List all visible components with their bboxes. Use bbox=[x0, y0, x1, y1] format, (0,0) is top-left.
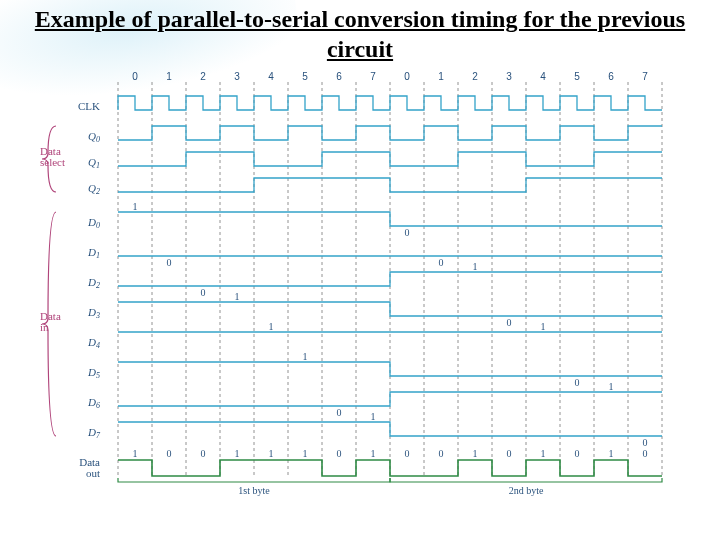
svg-text:0: 0 bbox=[405, 227, 410, 238]
svg-text:0: 0 bbox=[439, 448, 444, 459]
svg-text:0: 0 bbox=[439, 257, 444, 268]
svg-text:1: 1 bbox=[473, 448, 478, 459]
svg-text:1: 1 bbox=[609, 448, 614, 459]
svg-text:0: 0 bbox=[337, 448, 342, 459]
q2-waveform bbox=[118, 178, 662, 192]
data-out-waveform bbox=[118, 460, 662, 476]
svg-text:1: 1 bbox=[235, 291, 240, 302]
svg-text:3: 3 bbox=[234, 72, 240, 82]
svg-text:2: 2 bbox=[200, 72, 206, 82]
svg-text:in: in bbox=[40, 321, 49, 333]
svg-text:0: 0 bbox=[201, 448, 206, 459]
svg-text:D7: D7 bbox=[87, 426, 101, 440]
svg-text:5: 5 bbox=[302, 72, 308, 82]
timing-diagram: 0123456701234567CLKQ0Q1Q2DataselectD010D… bbox=[38, 72, 698, 530]
byte2-label: 2nd byte bbox=[509, 485, 544, 496]
svg-text:0: 0 bbox=[507, 448, 512, 459]
svg-text:D1: D1 bbox=[87, 246, 100, 260]
svg-text:4: 4 bbox=[540, 72, 546, 82]
svg-text:6: 6 bbox=[608, 72, 614, 82]
svg-text:3: 3 bbox=[506, 72, 512, 82]
q0-waveform bbox=[118, 126, 662, 140]
svg-text:0: 0 bbox=[643, 437, 648, 448]
d7-waveform bbox=[118, 422, 662, 436]
svg-text:5: 5 bbox=[574, 72, 580, 82]
svg-text:Q2: Q2 bbox=[88, 182, 100, 196]
svg-text:1: 1 bbox=[269, 448, 274, 459]
svg-text:D0: D0 bbox=[87, 216, 100, 230]
svg-text:Q1: Q1 bbox=[88, 156, 100, 170]
svg-text:1: 1 bbox=[235, 448, 240, 459]
d3-waveform bbox=[118, 302, 662, 316]
svg-text:1: 1 bbox=[371, 448, 376, 459]
d0-waveform bbox=[118, 212, 662, 226]
svg-text:0: 0 bbox=[643, 448, 648, 459]
svg-text:1: 1 bbox=[473, 261, 478, 272]
q1-waveform bbox=[118, 152, 662, 166]
svg-text:D3: D3 bbox=[87, 306, 100, 320]
svg-text:1: 1 bbox=[371, 411, 376, 422]
svg-text:1: 1 bbox=[303, 351, 308, 362]
svg-text:0: 0 bbox=[507, 317, 512, 328]
svg-text:1: 1 bbox=[609, 381, 614, 392]
d5-waveform bbox=[118, 362, 662, 376]
svg-text:1: 1 bbox=[133, 201, 138, 212]
svg-text:0: 0 bbox=[405, 448, 410, 459]
svg-text:1: 1 bbox=[133, 448, 138, 459]
svg-text:D5: D5 bbox=[87, 366, 100, 380]
svg-text:2: 2 bbox=[472, 72, 478, 82]
byte1-label: 1st byte bbox=[238, 485, 270, 496]
d6-waveform bbox=[118, 392, 662, 406]
svg-text:1: 1 bbox=[541, 321, 546, 332]
svg-text:0: 0 bbox=[575, 377, 580, 388]
d2-waveform bbox=[118, 272, 662, 286]
svg-text:1: 1 bbox=[541, 448, 546, 459]
svg-text:select: select bbox=[40, 156, 65, 168]
svg-text:D4: D4 bbox=[87, 336, 100, 350]
svg-text:0: 0 bbox=[404, 72, 410, 82]
svg-text:0: 0 bbox=[337, 407, 342, 418]
svg-text:1: 1 bbox=[438, 72, 444, 82]
svg-text:0: 0 bbox=[575, 448, 580, 459]
svg-text:1: 1 bbox=[269, 321, 274, 332]
svg-text:D2: D2 bbox=[87, 276, 100, 290]
svg-text:out: out bbox=[86, 467, 100, 479]
svg-text:D6: D6 bbox=[87, 396, 100, 410]
svg-text:0: 0 bbox=[167, 448, 172, 459]
svg-text:4: 4 bbox=[268, 72, 274, 82]
svg-text:6: 6 bbox=[336, 72, 342, 82]
svg-text:0: 0 bbox=[167, 257, 172, 268]
page-title: Example of parallel-to-serial conversion… bbox=[0, 4, 720, 64]
svg-text:CLK: CLK bbox=[78, 100, 100, 112]
svg-text:0: 0 bbox=[201, 287, 206, 298]
svg-text:Q0: Q0 bbox=[88, 130, 100, 144]
svg-text:1: 1 bbox=[303, 448, 308, 459]
svg-text:7: 7 bbox=[642, 72, 648, 82]
clk-waveform bbox=[118, 96, 662, 110]
svg-text:1: 1 bbox=[166, 72, 172, 82]
svg-text:0: 0 bbox=[132, 72, 138, 82]
svg-text:7: 7 bbox=[370, 72, 376, 82]
